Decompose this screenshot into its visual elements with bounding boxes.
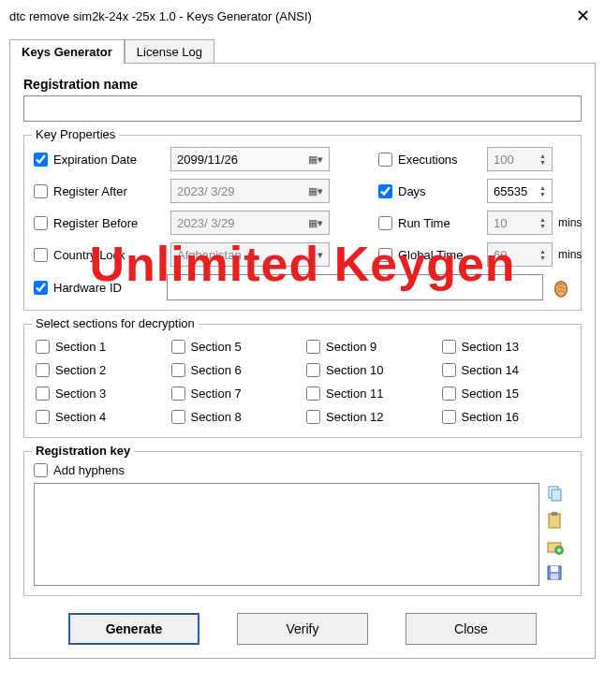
calendar-icon: ▦▾ <box>308 185 323 197</box>
days-checkbox[interactable]: Days <box>378 184 481 198</box>
fingerprint-icon[interactable] <box>551 277 571 298</box>
global-time-unit: mins <box>558 248 596 261</box>
verify-button[interactable]: Verify <box>237 613 368 645</box>
spinner-icon: ▲▼ <box>539 216 546 229</box>
section-9-checkbox[interactable]: Section 9 <box>306 340 435 354</box>
country-lock-checkbox[interactable]: Country Lock <box>34 248 165 262</box>
section-7-checkbox[interactable]: Section 7 <box>171 386 300 401</box>
section-4-checkbox[interactable]: Section 4 <box>36 410 164 424</box>
save-icon[interactable] <box>545 563 564 582</box>
runtime-input[interactable]: 10▲▼ <box>487 211 553 235</box>
close-icon[interactable]: ✕ <box>570 6 596 26</box>
register-after-input[interactable]: 2023/ 3/29▦▾ <box>170 179 330 203</box>
runtime-unit: mins <box>558 216 596 229</box>
section-5-checkbox[interactable]: Section 5 <box>171 340 300 354</box>
spinner-icon: ▲▼ <box>539 248 546 261</box>
section-12-checkbox[interactable]: Section 12 <box>306 410 435 424</box>
hardware-id-checkbox[interactable]: Hardware ID <box>34 281 159 295</box>
registration-name-label: Registration name <box>23 77 582 92</box>
global-time-input[interactable]: 60▲▼ <box>487 242 553 267</box>
svg-rect-4 <box>552 512 557 516</box>
sections-legend: Select sections for decryption <box>32 316 199 330</box>
close-button[interactable]: Close <box>406 613 537 645</box>
hardware-id-input[interactable] <box>167 274 543 300</box>
svg-rect-8 <box>551 566 558 572</box>
calendar-icon: ▦▾ <box>308 217 323 229</box>
global-time-checkbox[interactable]: Global Time <box>378 248 481 262</box>
svg-rect-3 <box>549 514 560 528</box>
days-input[interactable]: 65535▲▼ <box>487 179 553 203</box>
copy-icon[interactable] <box>545 485 564 503</box>
section-10-checkbox[interactable]: Section 10 <box>306 363 435 377</box>
svg-rect-2 <box>552 489 561 501</box>
section-8-checkbox[interactable]: Section 8 <box>171 410 300 424</box>
section-6-checkbox[interactable]: Section 6 <box>171 363 300 377</box>
runtime-checkbox[interactable]: Run Time <box>378 216 481 230</box>
paste-icon[interactable] <box>545 511 564 530</box>
section-15-checkbox[interactable]: Section 15 <box>442 386 570 401</box>
section-16-checkbox[interactable]: Section 16 <box>442 410 570 424</box>
executions-checkbox[interactable]: Executions <box>378 153 481 167</box>
section-2-checkbox[interactable]: Section 2 <box>36 363 164 377</box>
open-icon[interactable] <box>545 537 564 556</box>
register-after-checkbox[interactable]: Register After <box>34 184 165 198</box>
executions-input[interactable]: 100▲▼ <box>487 147 553 171</box>
tab-keys-generator[interactable]: Keys Generator <box>9 39 125 64</box>
spinner-icon: ▲▼ <box>539 153 546 166</box>
window-title: dtc remove sim2k-24x -25x 1.0 - Keys Gen… <box>9 9 312 23</box>
section-1-checkbox[interactable]: Section 1 <box>36 340 164 354</box>
svg-rect-9 <box>551 574 558 579</box>
registration-key-textarea[interactable] <box>34 483 539 586</box>
key-properties-legend: Key Properties <box>32 127 119 141</box>
section-14-checkbox[interactable]: Section 14 <box>442 363 570 377</box>
section-13-checkbox[interactable]: Section 13 <box>442 340 570 354</box>
register-before-checkbox[interactable]: Register Before <box>34 216 165 230</box>
registration-name-input[interactable] <box>23 95 582 122</box>
expiration-date-input[interactable]: 2099/11/26▦▾ <box>170 147 330 171</box>
calendar-icon: ▦▾ <box>308 153 323 166</box>
generate-button[interactable]: Generate <box>68 613 199 645</box>
register-before-input[interactable]: 2023/ 3/29▦▾ <box>170 211 330 235</box>
expiration-date-checkbox[interactable]: Expiration Date <box>34 153 165 167</box>
section-3-checkbox[interactable]: Section 3 <box>36 386 164 401</box>
add-hyphens-checkbox[interactable]: Add hyphens <box>34 463 571 477</box>
section-11-checkbox[interactable]: Section 11 <box>306 386 435 401</box>
registration-key-legend: Registration key <box>32 444 134 458</box>
country-lock-combo[interactable]: Afghanistan▾ <box>170 242 330 267</box>
tab-license-log[interactable]: License Log <box>125 39 214 64</box>
spinner-icon: ▲▼ <box>539 184 546 197</box>
chevron-down-icon: ▾ <box>317 249 323 261</box>
